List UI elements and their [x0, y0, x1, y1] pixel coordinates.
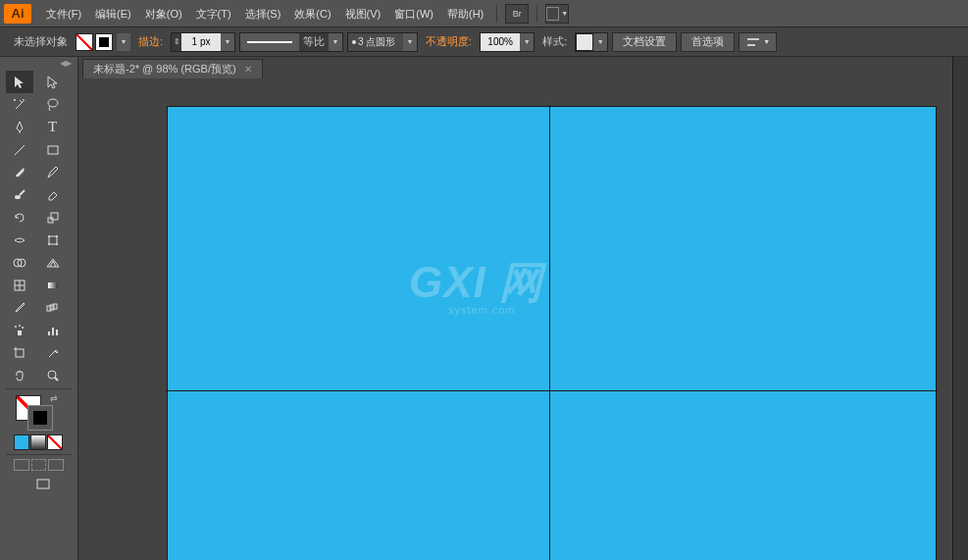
- menubar: Ai 文件(F) 编辑(E) 对象(O) 文字(T) 选择(S) 效果(C) 视…: [0, 0, 968, 27]
- tool-eyedropper[interactable]: [6, 296, 33, 319]
- tool-rotate[interactable]: [6, 206, 33, 229]
- svg-point-25: [19, 325, 21, 327]
- guide-vertical[interactable]: [549, 105, 550, 560]
- menu-edit[interactable]: 编辑(E): [88, 0, 138, 27]
- stroke-swatch[interactable]: [95, 33, 113, 51]
- chevron-down-icon[interactable]: ▼: [221, 33, 234, 51]
- align-button[interactable]: ▼: [739, 32, 777, 52]
- toolbox-header[interactable]: ◀▶: [0, 57, 77, 69]
- selection-status: 未选择对象: [14, 34, 68, 49]
- stroke-profile-selector[interactable]: 等比 ▼: [239, 32, 343, 52]
- menu-select[interactable]: 选择(S): [238, 0, 288, 27]
- chevron-down-icon[interactable]: ▼: [403, 33, 417, 51]
- tool-rectangle[interactable]: [39, 138, 67, 161]
- stroke-preview: [240, 33, 299, 51]
- stroke-color-box[interactable]: [27, 405, 53, 431]
- stroke-width-input[interactable]: ⇕ 1 px ▼: [171, 32, 235, 52]
- collapse-icon[interactable]: ◀▶: [58, 59, 74, 67]
- tool-scale[interactable]: [39, 206, 67, 229]
- stroke-label[interactable]: 描边:: [138, 34, 163, 49]
- svg-rect-35: [37, 480, 49, 488]
- none-chip[interactable]: [47, 434, 63, 450]
- svg-rect-27: [48, 331, 50, 335]
- tool-symbol-sprayer[interactable]: [6, 319, 33, 341]
- artboard[interactable]: GXI 网 system.com: [167, 106, 937, 560]
- workspace-selector[interactable]: ▼: [545, 4, 569, 24]
- svg-rect-28: [52, 328, 54, 335]
- chevron-down-icon[interactable]: ▼: [329, 33, 342, 51]
- screen-mode-button[interactable]: [14, 473, 72, 495]
- chevron-down-icon[interactable]: ▼: [520, 33, 534, 51]
- svg-rect-30: [16, 349, 24, 357]
- tool-slice[interactable]: [39, 341, 67, 364]
- tool-width[interactable]: [6, 229, 33, 251]
- tool-paintbrush[interactable]: [6, 161, 33, 183]
- tool-mesh[interactable]: [6, 274, 33, 296]
- brush-selector[interactable]: 3 点圆形 ▼: [347, 32, 418, 52]
- chevron-down-icon[interactable]: ▼: [117, 33, 130, 51]
- svg-point-13: [56, 243, 58, 245]
- app-logo: Ai: [4, 4, 31, 24]
- tool-pencil[interactable]: [39, 161, 67, 183]
- stroke-width-value[interactable]: 1 px: [181, 33, 221, 51]
- tool-free-transform[interactable]: [39, 229, 67, 251]
- tool-column-graph[interactable]: [39, 319, 67, 341]
- tab-title: 未标题-2* @ 98% (RGB/预览): [93, 62, 236, 76]
- tool-blend[interactable]: [39, 296, 67, 319]
- document-setup-button[interactable]: 文档设置: [612, 32, 677, 52]
- preferences-button[interactable]: 首选项: [681, 32, 735, 52]
- menu-file[interactable]: 文件(F): [39, 0, 88, 27]
- style-label: 样式:: [542, 34, 567, 49]
- tool-perspective-grid[interactable]: [39, 251, 67, 274]
- menu-object[interactable]: 对象(O): [138, 0, 189, 27]
- tool-line[interactable]: [6, 138, 33, 161]
- tool-pen[interactable]: [6, 116, 33, 138]
- tool-lasso[interactable]: [39, 93, 67, 116]
- chevron-down-icon: ▼: [561, 10, 568, 17]
- gradient-chip[interactable]: [30, 434, 46, 450]
- drawing-mode-behind[interactable]: [31, 459, 47, 471]
- swap-icon[interactable]: ⇄: [50, 393, 58, 403]
- chevron-down-icon[interactable]: ▼: [593, 33, 607, 51]
- guide-horizontal[interactable]: [166, 390, 938, 391]
- canvas-viewport[interactable]: GXI 网 system.com: [78, 78, 952, 560]
- svg-rect-1: [747, 44, 755, 46]
- tool-blob-brush[interactable]: [6, 183, 33, 206]
- style-selector[interactable]: ▼: [575, 32, 608, 52]
- opacity-label[interactable]: 不透明度:: [426, 34, 472, 49]
- bridge-button[interactable]: Br: [505, 4, 529, 24]
- opacity-value[interactable]: 100%: [481, 33, 520, 51]
- menu-view[interactable]: 视图(V): [338, 0, 388, 27]
- tool-magic-wand[interactable]: [6, 93, 33, 116]
- menu-effect[interactable]: 效果(C): [287, 0, 337, 27]
- document-tab[interactable]: 未标题-2* @ 98% (RGB/预览) ✕: [82, 59, 263, 78]
- drawing-mode-normal[interactable]: [14, 459, 29, 471]
- tool-gradient[interactable]: [39, 274, 67, 296]
- tool-selection[interactable]: [6, 71, 33, 93]
- fill-stroke-control[interactable]: ⇄: [6, 391, 72, 433]
- watermark: GXI 网 system.com: [409, 254, 543, 316]
- drawing-mode-inside[interactable]: [48, 459, 64, 471]
- tool-hand[interactable]: [6, 364, 33, 386]
- close-icon[interactable]: ✕: [244, 64, 252, 75]
- panel-dock[interactable]: [952, 57, 968, 560]
- svg-point-33: [48, 371, 56, 379]
- opacity-input[interactable]: 100% ▼: [480, 32, 535, 52]
- svg-rect-0: [747, 38, 759, 40]
- tool-artboard[interactable]: [6, 341, 33, 364]
- fill-swatch[interactable]: [76, 33, 93, 51]
- stepper-icon[interactable]: ⇕: [172, 37, 181, 46]
- menu-help[interactable]: 帮助(H): [440, 0, 490, 27]
- menu-window[interactable]: 窗口(W): [387, 0, 440, 27]
- separator: [496, 5, 497, 23]
- svg-point-10: [48, 235, 50, 237]
- menu-type[interactable]: 文字(T): [189, 0, 238, 27]
- tool-eraser[interactable]: [39, 183, 67, 206]
- tool-zoom[interactable]: [39, 364, 67, 386]
- tool-shape-builder[interactable]: [6, 251, 33, 274]
- color-chip[interactable]: [14, 434, 29, 450]
- style-preview: [576, 33, 593, 51]
- svg-point-11: [56, 235, 58, 237]
- tool-direct-selection[interactable]: [39, 71, 67, 93]
- tool-type[interactable]: T: [39, 116, 67, 138]
